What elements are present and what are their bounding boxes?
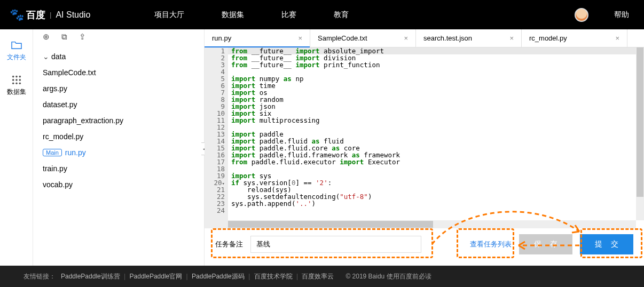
view-task-list-link[interactable]: 查看任务列表 [470, 240, 512, 249]
top-nav: 🐾 百度 | AI Studio 项目大厅 数据集 比赛 教育 帮助 [0, 0, 644, 29]
close-icon[interactable]: × [509, 34, 514, 42]
svg-point-7 [15, 82, 18, 84]
main-badge: Main [43, 149, 62, 156]
nav-projects[interactable]: 项目大厅 [154, 10, 184, 20]
nav-education[interactable]: 教育 [334, 10, 349, 20]
svg-point-8 [19, 82, 21, 84]
sidebar-item-files[interactable]: 文件夹 [7, 40, 26, 62]
task-label: 任务备注 [215, 240, 243, 249]
editor-tabs: run.py× SampleCode.txt× search.test.json… [205, 29, 644, 47]
dots-grid-icon [11, 75, 22, 84]
file-list: ⌄data SampleCode.txt args.py dataset.py … [33, 44, 204, 266]
tab-samplecode[interactable]: SampleCode.txt× [310, 29, 416, 47]
nav-competitions[interactable]: 比赛 [281, 10, 296, 20]
brand-sep: | [50, 11, 51, 19]
horizontal-scrollbar[interactable] [228, 220, 636, 228]
svg-point-3 [12, 79, 14, 81]
svg-point-6 [12, 82, 14, 84]
svg-point-1 [15, 76, 18, 78]
close-icon[interactable]: × [404, 34, 408, 42]
footer-link[interactable]: PaddlePaddle源码 [192, 273, 245, 280]
footer: 友情链接： PaddlePaddle训练营 | PaddlePaddle官网 |… [0, 266, 644, 287]
avatar[interactable] [575, 8, 588, 22]
footer-link[interactable]: PaddlePaddle官网 [130, 273, 183, 280]
file-panel: ⊕ ⧉ ⇪ ⌄data SampleCode.txt args.py datas… [33, 29, 204, 266]
svg-point-4 [15, 79, 18, 81]
new-file-icon[interactable]: ⊕ [43, 32, 50, 42]
tab-run-py[interactable]: run.py× [205, 29, 310, 47]
submit-button[interactable]: 提 交 [580, 234, 633, 254]
footer-label: 友情链接： [23, 272, 56, 281]
file-row[interactable]: rc_model.py [33, 129, 204, 145]
file-row[interactable]: dataset.py [33, 97, 204, 113]
svg-point-0 [12, 76, 14, 78]
upload-icon[interactable]: ⇪ [79, 32, 86, 42]
folder-row[interactable]: ⌄data [33, 49, 204, 65]
svg-point-2 [19, 76, 21, 78]
brand-sub: AI Studio [56, 10, 90, 20]
file-row[interactable]: train.py [33, 161, 204, 177]
tab-search-json[interactable]: search.test.json× [416, 29, 522, 47]
vertical-scrollbar[interactable] [636, 47, 644, 220]
footer-link[interactable]: 百度技术学院 [254, 273, 293, 280]
file-row[interactable]: args.py [33, 81, 204, 97]
brand-cn: 百度 [26, 9, 45, 21]
nav-datasets[interactable]: 数据集 [222, 10, 244, 20]
logo[interactable]: 🐾 百度 | AI Studio [10, 8, 90, 22]
new-folder-icon[interactable]: ⧉ [61, 32, 67, 42]
file-row[interactable]: SampleCode.txt [33, 65, 204, 81]
file-row-main[interactable]: Mainrun.py [33, 145, 204, 161]
task-note-input[interactable] [250, 236, 421, 253]
help-link[interactable]: 帮助 [614, 10, 629, 20]
file-row[interactable]: paragraph_extraction.py [33, 113, 204, 129]
task-bar: 任务备注 查看任务列表 保 存 提 交 [209, 228, 640, 260]
editor-pane: ◂ run.py× SampleCode.txt× search.test.js… [204, 29, 644, 266]
footer-link[interactable]: 百度效率云 [302, 273, 334, 280]
footer-copyright: © 2019 Baidu 使用百度前必读 [345, 272, 431, 281]
sidebar-label-dataset: 数据集 [7, 87, 26, 97]
chevron-down-icon: ⌄ [43, 52, 51, 61]
nav-items: 项目大厅 数据集 比赛 教育 [154, 10, 349, 20]
folder-icon [11, 40, 22, 50]
line-gutter: 1234567891011121314151617181920▾21222324 [205, 47, 228, 228]
svg-point-5 [19, 79, 21, 81]
close-icon[interactable]: × [298, 34, 302, 42]
paw-icon: 🐾 [10, 8, 24, 22]
save-button[interactable]: 保 存 [519, 234, 572, 254]
file-toolbar: ⊕ ⧉ ⇪ [33, 29, 204, 44]
vertical-sidebar: 文件夹 数据集 [0, 29, 33, 266]
code-body[interactable]: from __future__ import absolute_importfr… [228, 47, 644, 228]
footer-link[interactable]: PaddlePaddle训练营 [61, 273, 120, 280]
tab-rcmodel[interactable]: rc_model.py× [522, 29, 627, 47]
sidebar-label-files: 文件夹 [7, 53, 26, 62]
close-icon[interactable]: × [615, 34, 619, 42]
sidebar-item-dataset[interactable]: 数据集 [7, 75, 26, 97]
file-row[interactable]: vocab.py [33, 177, 204, 193]
code-editor[interactable]: 1234567891011121314151617181920▾21222324… [205, 47, 644, 228]
